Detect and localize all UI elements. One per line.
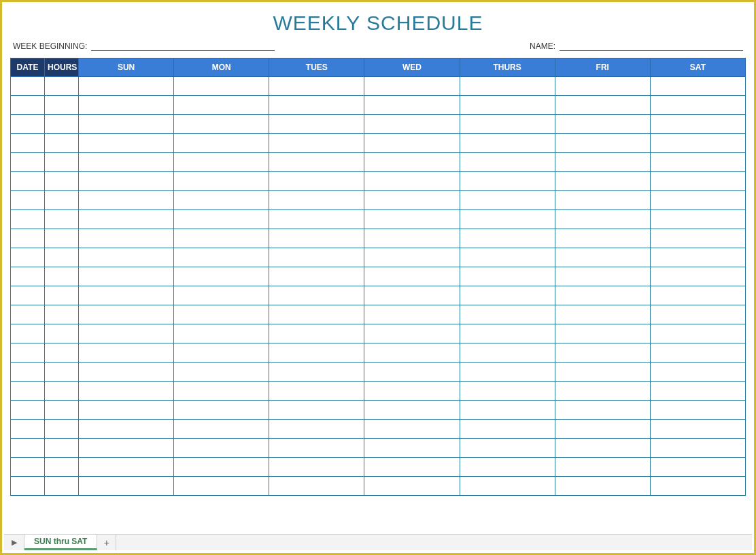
- cell[interactable]: [460, 77, 555, 96]
- cell[interactable]: [269, 115, 364, 134]
- cell[interactable]: [11, 267, 45, 286]
- cell[interactable]: [269, 248, 364, 267]
- cell[interactable]: [650, 115, 745, 134]
- cell[interactable]: [364, 134, 460, 153]
- cell[interactable]: [650, 153, 745, 172]
- cell[interactable]: [364, 248, 460, 267]
- cell[interactable]: [555, 343, 650, 363]
- cell[interactable]: [79, 267, 174, 286]
- cell[interactable]: [174, 96, 269, 115]
- cell[interactable]: [650, 77, 745, 96]
- cell[interactable]: [555, 363, 650, 382]
- cell[interactable]: [269, 267, 364, 286]
- cell[interactable]: [650, 343, 745, 363]
- cell[interactable]: [79, 477, 174, 496]
- cell[interactable]: [364, 382, 460, 401]
- cell[interactable]: [174, 439, 269, 458]
- cell[interactable]: [460, 267, 555, 286]
- cell[interactable]: [269, 77, 364, 96]
- cell[interactable]: [364, 477, 460, 496]
- cell[interactable]: [174, 153, 269, 172]
- active-sheet-tab[interactable]: SUN thru SAT: [24, 535, 97, 550]
- cell[interactable]: [269, 305, 364, 324]
- cell[interactable]: [364, 77, 460, 96]
- cell[interactable]: [364, 210, 460, 229]
- cell[interactable]: [364, 458, 460, 477]
- cell[interactable]: [45, 229, 79, 248]
- cell[interactable]: [174, 191, 269, 210]
- cell[interactable]: [555, 115, 650, 134]
- cell[interactable]: [555, 210, 650, 229]
- cell[interactable]: [460, 229, 555, 248]
- cell[interactable]: [460, 134, 555, 153]
- cell[interactable]: [364, 96, 460, 115]
- cell[interactable]: [650, 229, 745, 248]
- cell[interactable]: [269, 439, 364, 458]
- cell[interactable]: [269, 96, 364, 115]
- week-beginning-input-line[interactable]: [91, 41, 275, 51]
- cell[interactable]: [269, 401, 364, 420]
- cell[interactable]: [650, 305, 745, 324]
- cell[interactable]: [174, 286, 269, 305]
- cell[interactable]: [45, 305, 79, 324]
- cell[interactable]: [269, 363, 364, 382]
- cell[interactable]: [269, 286, 364, 305]
- cell[interactable]: [269, 153, 364, 172]
- cell[interactable]: [555, 401, 650, 420]
- cell[interactable]: [11, 382, 45, 401]
- cell[interactable]: [11, 210, 45, 229]
- cell[interactable]: [269, 324, 364, 343]
- cell[interactable]: [269, 477, 364, 496]
- cell[interactable]: [460, 477, 555, 496]
- cell[interactable]: [174, 477, 269, 496]
- cell[interactable]: [650, 458, 745, 477]
- cell[interactable]: [45, 267, 79, 286]
- cell[interactable]: [11, 77, 45, 96]
- cell[interactable]: [45, 210, 79, 229]
- cell[interactable]: [460, 153, 555, 172]
- cell[interactable]: [650, 401, 745, 420]
- cell[interactable]: [555, 324, 650, 343]
- cell[interactable]: [650, 420, 745, 439]
- cell[interactable]: [364, 267, 460, 286]
- cell[interactable]: [79, 115, 174, 134]
- cell[interactable]: [79, 77, 174, 96]
- cell[interactable]: [174, 420, 269, 439]
- cell[interactable]: [174, 115, 269, 134]
- cell[interactable]: [555, 305, 650, 324]
- name-input-line[interactable]: [560, 41, 743, 51]
- cell[interactable]: [45, 420, 79, 439]
- cell[interactable]: [11, 134, 45, 153]
- cell[interactable]: [11, 324, 45, 343]
- cell[interactable]: [650, 477, 745, 496]
- cell[interactable]: [555, 248, 650, 267]
- cell[interactable]: [460, 172, 555, 191]
- cell[interactable]: [460, 210, 555, 229]
- cell[interactable]: [11, 286, 45, 305]
- cell[interactable]: [79, 401, 174, 420]
- cell[interactable]: [269, 458, 364, 477]
- cell[interactable]: [555, 420, 650, 439]
- cell[interactable]: [11, 115, 45, 134]
- cell[interactable]: [79, 191, 174, 210]
- cell[interactable]: [45, 115, 79, 134]
- cell[interactable]: [650, 134, 745, 153]
- cell[interactable]: [555, 172, 650, 191]
- cell[interactable]: [174, 324, 269, 343]
- cell[interactable]: [650, 96, 745, 115]
- cell[interactable]: [45, 382, 79, 401]
- cell[interactable]: [45, 286, 79, 305]
- cell[interactable]: [460, 439, 555, 458]
- cell[interactable]: [11, 458, 45, 477]
- cell[interactable]: [45, 77, 79, 96]
- cell[interactable]: [174, 267, 269, 286]
- cell[interactable]: [364, 191, 460, 210]
- cell[interactable]: [555, 153, 650, 172]
- cell[interactable]: [364, 420, 460, 439]
- cell[interactable]: [45, 191, 79, 210]
- cell[interactable]: [650, 363, 745, 382]
- cell[interactable]: [45, 439, 79, 458]
- cell[interactable]: [45, 172, 79, 191]
- cell[interactable]: [650, 324, 745, 343]
- cell[interactable]: [79, 420, 174, 439]
